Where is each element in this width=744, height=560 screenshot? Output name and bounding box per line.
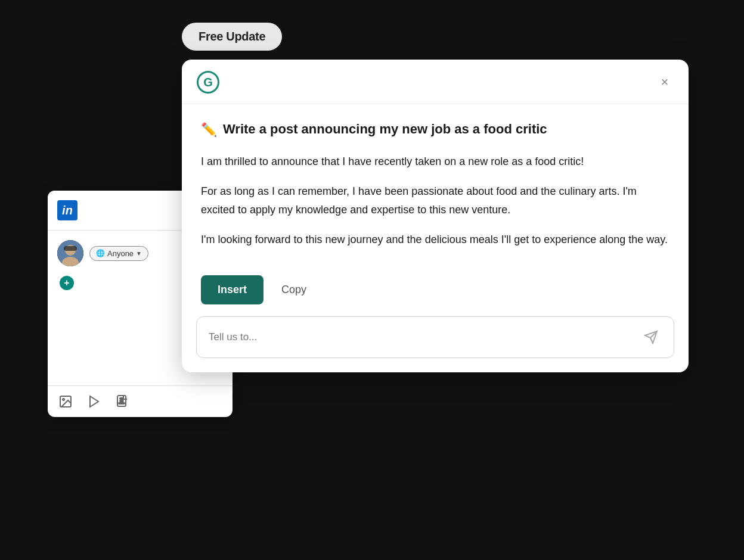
linkedin-toolbar — [48, 385, 232, 417]
video-icon[interactable] — [86, 393, 103, 410]
insert-button[interactable]: Insert — [201, 275, 264, 304]
prompt-title-text: Write a post announcing my new job as a … — [223, 121, 547, 138]
chevron-down-icon: ▼ — [136, 250, 142, 257]
free-update-label: Free Update — [199, 30, 265, 43]
avatar-inner — [57, 240, 83, 266]
avatar — [57, 240, 83, 266]
close-icon: × — [661, 74, 669, 90]
svg-rect-10 — [119, 403, 125, 404]
svg-marker-6 — [90, 396, 98, 407]
document-icon[interactable] — [114, 393, 131, 410]
refinement-input[interactable] — [209, 331, 633, 343]
action-row: Insert Copy — [182, 263, 689, 316]
refinement-input-area — [196, 316, 674, 358]
audience-label: Anyone — [107, 249, 134, 258]
close-button[interactable]: × — [655, 73, 674, 92]
grammarly-g-logo — [197, 71, 219, 94]
free-update-badge: Free Update — [182, 23, 282, 51]
send-icon[interactable] — [640, 326, 662, 348]
svg-point-5 — [63, 399, 64, 400]
image-icon[interactable] — [57, 393, 74, 410]
copy-button[interactable]: Copy — [275, 275, 312, 304]
paragraph-1: I am thrilled to announce that I have re… — [201, 153, 669, 171]
prompt-title: ✏️ Write a post announcing my new job as… — [201, 121, 669, 138]
svg-rect-3 — [64, 246, 77, 251]
paragraph-3: I'm looking forward to this new journey … — [201, 231, 669, 249]
svg-rect-9 — [120, 400, 123, 402]
popup-content: ✏️ Write a post announcing my new job as… — [182, 104, 689, 263]
generated-text: I am thrilled to announce that I have re… — [201, 153, 669, 249]
globe-icon: 🌐 — [96, 249, 105, 257]
grammarly-popup: × ✏️ Write a post announcing my new job … — [182, 60, 689, 372]
paragraph-2: For as long as I can remember, I have be… — [201, 182, 669, 219]
pencil-emoji: ✏️ — [201, 122, 217, 138]
popup-header: × — [182, 60, 689, 104]
linkedin-logo: in — [57, 200, 78, 220]
cursor-indicator: + — [60, 276, 74, 290]
audience-dropdown[interactable]: 🌐 Anyone ▼ — [89, 246, 148, 261]
grammarly-logo — [196, 70, 220, 94]
